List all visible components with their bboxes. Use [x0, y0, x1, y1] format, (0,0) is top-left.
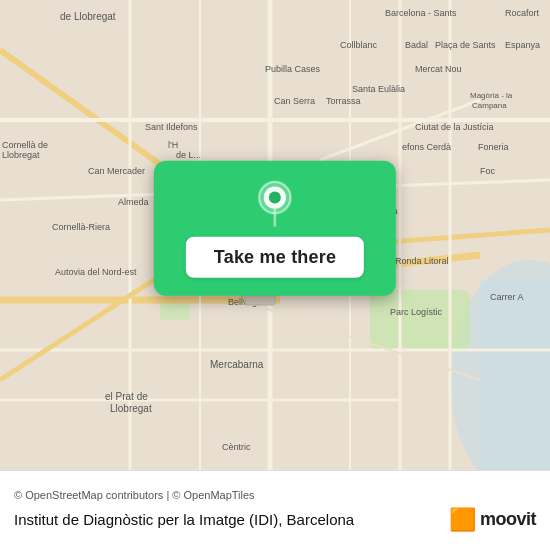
attribution-text: © OpenStreetMap contributors | © OpenMap…	[14, 489, 536, 501]
svg-text:Badal: Badal	[405, 40, 428, 50]
svg-text:de L...: de L...	[176, 150, 201, 160]
svg-text:Mercabarna: Mercabarna	[210, 359, 264, 370]
take-me-there-button[interactable]: Take me there	[186, 237, 364, 278]
svg-text:Collblanc: Collblanc	[340, 40, 378, 50]
svg-text:de Llobregat: de Llobregat	[60, 11, 116, 22]
svg-text:Pubilla Cases: Pubilla Cases	[265, 64, 321, 74]
svg-text:Sant Ildefons: Sant Ildefons	[145, 122, 198, 132]
svg-text:Santa Eulàlia: Santa Eulàlia	[352, 84, 405, 94]
svg-text:Llobregat: Llobregat	[110, 403, 152, 414]
svg-text:Mercat Nou: Mercat Nou	[415, 64, 462, 74]
svg-text:Autovia del Nord-est: Autovia del Nord-est	[55, 267, 137, 277]
svg-text:Magòria - la: Magòria - la	[470, 91, 513, 100]
bottom-bar: © OpenStreetMap contributors | © OpenMap…	[0, 470, 550, 550]
location-row: Institut de Diagnòstic per la Imatge (ID…	[14, 507, 536, 533]
svg-text:efons Cerdà: efons Cerdà	[402, 142, 451, 152]
svg-text:Foc: Foc	[480, 166, 496, 176]
svg-text:Cèntric: Cèntric	[222, 442, 251, 452]
svg-text:el Prat de: el Prat de	[105, 391, 148, 402]
svg-text:Torrassa: Torrassa	[326, 96, 361, 106]
svg-text:Ronda Litoral: Ronda Litoral	[395, 256, 449, 266]
svg-text:Parc Logístic: Parc Logístic	[390, 307, 443, 317]
svg-text:Espanya: Espanya	[505, 40, 540, 50]
svg-text:Campana: Campana	[472, 101, 507, 110]
svg-text:l'H: l'H	[168, 140, 178, 150]
svg-text:Cornellà-Riera: Cornellà-Riera	[52, 222, 110, 232]
svg-text:Carrer A: Carrer A	[490, 292, 524, 302]
moovit-logo-text: moovit	[480, 509, 536, 530]
svg-text:Cornellà de: Cornellà de	[2, 140, 48, 150]
svg-text:Can Serra: Can Serra	[274, 96, 315, 106]
location-pin-icon	[251, 179, 299, 227]
navigation-popup: Take me there	[154, 161, 396, 296]
svg-text:Plaça de Sants: Plaça de Sants	[435, 40, 496, 50]
moovit-emoji-icon: 🟧	[449, 507, 476, 533]
svg-rect-2	[480, 280, 550, 470]
location-name: Institut de Diagnòstic per la Imatge (ID…	[14, 511, 441, 528]
map-container: de Llobregat Barcelona - Sants Rocafort …	[0, 0, 550, 470]
svg-text:Almeda: Almeda	[118, 197, 149, 207]
svg-text:Llobregat: Llobregat	[2, 150, 40, 160]
svg-text:Barcelona - Sants: Barcelona - Sants	[385, 8, 457, 18]
svg-text:Can Mercader: Can Mercader	[88, 166, 145, 176]
moovit-badge: 🟧 moovit	[449, 507, 536, 533]
svg-text:Ciutat de la Justícia: Ciutat de la Justícia	[415, 122, 494, 132]
svg-rect-3	[370, 290, 470, 350]
svg-text:Rocafort: Rocafort	[505, 8, 540, 18]
svg-text:Foneria: Foneria	[478, 142, 509, 152]
svg-point-63	[269, 192, 281, 204]
